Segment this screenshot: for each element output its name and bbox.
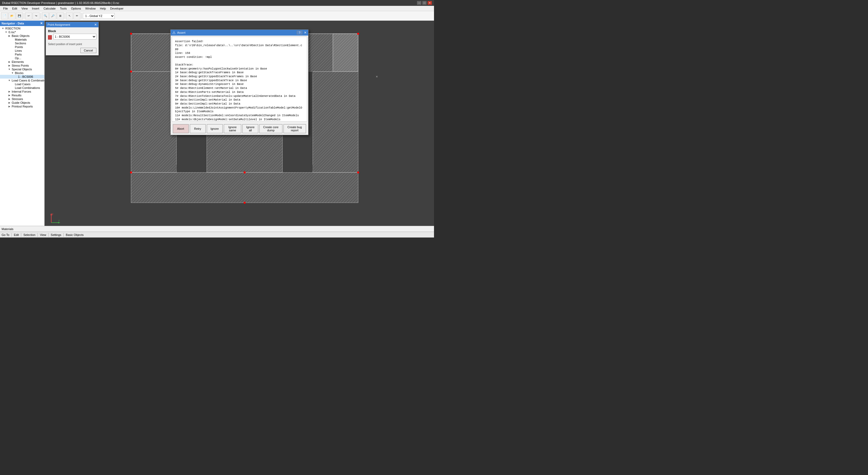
tree-label-materials: Materials: [14, 38, 27, 41]
tree-lines[interactable]: Lines: [0, 49, 44, 53]
maximize-button[interactable]: □: [422, 1, 427, 5]
menu-file[interactable]: File: [1, 6, 10, 11]
tree-label-results: Results: [11, 94, 22, 97]
ignore-button[interactable]: Ignore: [207, 124, 223, 133]
menu-window[interactable]: Window: [83, 6, 98, 11]
svg-point-16: [357, 33, 359, 35]
svg-text:×: ×: [376, 74, 378, 78]
assert-help-button[interactable]: ?: [297, 31, 302, 34]
close-button[interactable]: ✕: [428, 1, 432, 5]
sb-view[interactable]: View: [40, 233, 46, 236]
tree-label-basic-objects: Basic Objects: [11, 34, 29, 37]
menu-view[interactable]: View: [20, 6, 30, 11]
tree-load-cases[interactable]: Load Cases: [0, 82, 44, 86]
menu-edit[interactable]: Edit: [10, 6, 20, 11]
point-assignment-close[interactable]: ✕: [94, 23, 97, 27]
tree-stresses[interactable]: ▶ Stresses: [0, 97, 44, 101]
tree-guide-objects[interactable]: ▶ Guide Objects: [0, 101, 44, 104]
menu-help[interactable]: Help: [98, 6, 108, 11]
cancel-button[interactable]: Cancel: [81, 48, 96, 53]
navigator-header: Navigator - Data ✕: [0, 21, 44, 26]
sb-edit[interactable]: Edit: [14, 233, 19, 236]
create-bug-report-button[interactable]: Create bug report: [283, 124, 306, 133]
tree-label-sections: Sections: [14, 42, 26, 45]
tree-printout-reports[interactable]: ▶ Printout Reports: [0, 104, 44, 108]
tree-rsection[interactable]: ▼ RSECTION: [0, 27, 44, 30]
tree-label-rsection: RSECTION: [5, 27, 21, 30]
tree-load-combinations[interactable]: Load Combinations: [0, 86, 44, 90]
menu-options[interactable]: Options: [69, 6, 83, 11]
tree-load-cases-combo[interactable]: ▼ Load Cases & Combinations: [0, 78, 44, 82]
tree-label-load-combinations: Load Combinations: [14, 86, 40, 89]
toggle-rsc: ▼: [4, 31, 8, 33]
navigator-title: Navigator - Data: [2, 22, 24, 25]
sb-selection[interactable]: Selection: [23, 233, 35, 236]
tb-undo[interactable]: ↩: [25, 12, 32, 20]
materials-label: Materials: [2, 227, 13, 231]
menu-tools[interactable]: Tools: [58, 6, 69, 11]
toggle-printout-reports: ▶: [7, 105, 11, 108]
menu-developer[interactable]: Developer: [108, 6, 126, 11]
sb-goto[interactable]: Go To: [2, 233, 9, 236]
axis-arrows: y z: [47, 212, 58, 223]
tb-redo[interactable]: ↪: [33, 12, 39, 20]
tb-save[interactable]: 💾: [16, 12, 23, 20]
tree-special-objects[interactable]: ▼ Special Objects: [0, 67, 44, 71]
abort-button[interactable]: Abort: [173, 124, 189, 133]
menu-insert[interactable]: Insert: [30, 6, 41, 11]
tb-new[interactable]: 📄: [1, 12, 8, 20]
tree-label-blocks: Blocks: [14, 71, 23, 74]
tb-open[interactable]: 📂: [8, 12, 16, 20]
svg-rect-6: [333, 34, 358, 72]
tb-zoom-in[interactable]: 🔍: [42, 12, 49, 20]
tree-blocks[interactable]: ▼ Blocks: [0, 71, 44, 75]
tree-elements[interactable]: ▶ Elements: [0, 60, 44, 64]
toggle-results: ▶: [7, 94, 11, 97]
menubar: File Edit View Insert Calculate Tools Op…: [0, 6, 434, 11]
tree-materials[interactable]: Materials: [0, 38, 44, 41]
app-title: Dlubal RSECTION Developer Prerelease | g…: [2, 1, 417, 4]
statusbar-bottom: Go To Edit Selection View Settings Basic…: [0, 232, 434, 238]
ignore-all-button[interactable]: Ignore all: [242, 124, 258, 133]
tree-bcs006[interactable]: 1 - BCS006: [0, 75, 44, 78]
toggle-load-cases-combo: ▼: [7, 79, 11, 82]
sb-settings[interactable]: Settings: [51, 233, 61, 236]
svg-rect-8: [131, 72, 177, 172]
assert-title: Assert: [177, 31, 186, 34]
toggle-elements: ▶: [7, 61, 11, 63]
toggle-basic-objects: ▶: [7, 34, 11, 37]
retry-button[interactable]: Retry: [190, 124, 206, 133]
nav-close-btn[interactable]: ✕: [40, 22, 43, 25]
assert-dialog: ⚠ Assert ? ✕ Assertion failed! file: d:\…: [170, 29, 308, 135]
tb-zoom-out[interactable]: 🔎: [50, 12, 56, 20]
canvas-area[interactable]: × × y z Point Assignment ✕ Block: [44, 21, 434, 226]
tree-label-internal-forces: Internal Forces: [11, 90, 31, 93]
tree-label-load-cases: Load Cases: [14, 83, 31, 86]
minimize-button[interactable]: –: [417, 1, 421, 5]
tree-parts[interactable]: Parts: [0, 53, 44, 56]
tree-sections[interactable]: Sections: [0, 41, 44, 45]
menu-calculate[interactable]: Calculate: [41, 6, 58, 11]
view-dropdown[interactable]: 1 - Global YZ: [83, 13, 115, 19]
tree-openings[interactable]: Op...: [0, 56, 44, 60]
create-core-dump-button[interactable]: Create core dump: [259, 124, 282, 133]
tb-fit[interactable]: ⊞: [57, 12, 64, 20]
tree-results[interactable]: ▶ Results: [0, 93, 44, 97]
tree-internal-forces[interactable]: ▶ Internal Forces: [0, 90, 44, 93]
tree-label-rsc: 0.rsc*: [8, 31, 16, 34]
tree-label-stress-points: Stress Points: [11, 64, 29, 67]
tree-label-lines: Lines: [14, 49, 22, 52]
toggle-rsection: ▼: [1, 27, 5, 30]
dialog-footer: Cancel: [48, 48, 96, 53]
tree-basic-objects[interactable]: ▶ Basic Objects: [0, 34, 44, 38]
tree-stress-points[interactable]: ▶ Stress Points: [0, 64, 44, 67]
block-select[interactable]: 1 - BCS006: [53, 34, 96, 39]
tb-draw[interactable]: ✏: [73, 12, 81, 20]
tb-select[interactable]: ↖: [66, 12, 73, 20]
tree-points[interactable]: Points: [0, 45, 44, 49]
assert-close-button[interactable]: ✕: [304, 31, 307, 34]
ignore-same-button[interactable]: Ignore same: [224, 124, 242, 133]
tree-rsc[interactable]: ▼ 0.rsc*: [0, 30, 44, 34]
toggle-internal-forces: ▶: [7, 90, 11, 93]
sb-sep3: [37, 233, 38, 237]
